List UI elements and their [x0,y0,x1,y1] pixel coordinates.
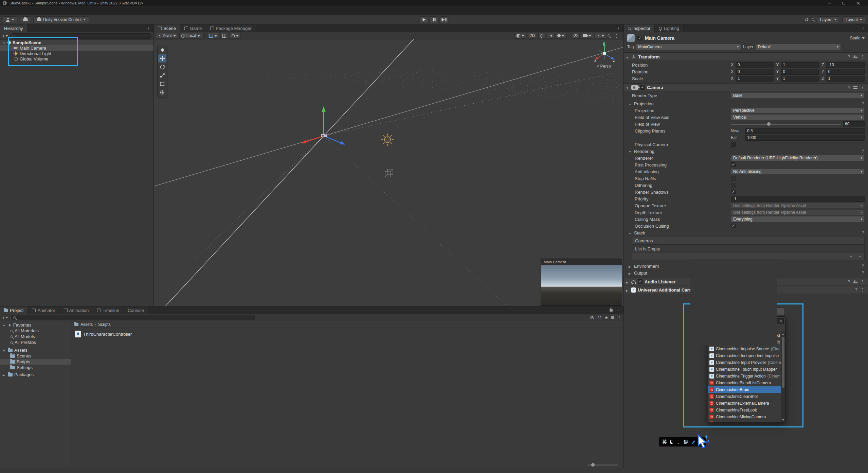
snap-increment-dropdown[interactable] [230,33,241,39]
y-field[interactable]: 1 [781,76,820,82]
component-menu-icon[interactable]: ⋮ [861,85,865,89]
tab-inspector[interactable]: Inspector [624,24,655,32]
post-processing-checkbox[interactable] [731,162,736,167]
tab-animation[interactable]: Animation [60,306,93,314]
rotate-tool-button[interactable] [158,63,166,71]
hierarchy-item[interactable]: Directional Light [0,51,153,56]
remove-stack-camera-button[interactable]: − [855,254,864,259]
component-list-item[interactable]: Cinemachine Dolly Cart (Cinemach [708,339,781,346]
tab-scene[interactable]: Scene [154,24,180,32]
hierarchy-search-input[interactable] [17,34,149,38]
scene-search-icon[interactable] [608,34,610,37]
tab-console[interactable]: Console [124,306,148,314]
help-icon[interactable]: ? [862,149,864,154]
add-component-button[interactable]: Add Component [709,308,785,315]
render-shadows-checkbox[interactable] [731,190,736,194]
output-section[interactable]: Output ? [624,269,868,276]
y-field[interactable]: 1 [781,62,820,68]
component-list-item[interactable]: CinemachineClearShot [708,393,781,400]
favorites-item[interactable]: All Prefabs [0,339,71,345]
assets-header[interactable]: Assets [0,347,71,353]
scene-visibility-toggle[interactable] [572,33,580,39]
anti-aliasing-dropdown[interactable]: No Anti-aliasing [731,169,865,175]
projection-dropdown[interactable]: Perspective [731,107,865,113]
tab-timeline[interactable]: Timeline [93,306,124,314]
audio-listener-checkbox[interactable] [638,279,643,284]
component-list-item[interactable]: CinemachineMixingCamera [708,414,781,420]
play-button[interactable] [420,16,429,23]
popup-scrollbar[interactable] [781,332,785,422]
hierarchy-scene-row[interactable]: SampleScene [0,40,153,45]
asset-file[interactable]: ThirdCharacterController [75,331,132,337]
x-field[interactable]: 0 [736,62,774,68]
foldout-open-icon[interactable] [3,348,6,353]
component-list-item[interactable] [708,420,781,422]
component-search-input[interactable] [715,319,779,323]
help-icon[interactable]: ? [862,270,864,275]
component-menu-icon[interactable]: ⋮ [861,288,865,292]
camera-enabled-checkbox[interactable] [640,85,645,90]
project-search-input[interactable] [17,315,253,320]
tab-project[interactable]: Project [0,306,28,314]
breadcrumb-root[interactable]: Assets [80,322,93,327]
packages-header[interactable]: Packages [0,372,71,378]
component-menu-icon[interactable]: ⋮ [861,55,865,59]
dithering-checkbox[interactable] [731,183,736,188]
z-field[interactable]: 0 [826,69,865,75]
z-field[interactable]: -10 [826,62,865,68]
active-checkbox[interactable] [637,36,642,40]
panel-menu-icon[interactable]: ⋮ [617,316,621,320]
search-icon[interactable] [812,18,814,21]
step-button[interactable] [439,16,449,23]
stack-section[interactable]: Stack ? [624,229,868,236]
orientation-gizmo[interactable]: y x z [592,40,617,65]
projection-section[interactable]: Projection ? [624,100,868,107]
thumbnail-zoom-slider[interactable] [587,465,618,466]
x-field[interactable]: 1 [736,76,774,82]
breadcrumb-current[interactable]: Scripts [98,322,111,327]
undo-history-icon[interactable]: ↺ [804,17,809,22]
clear-search-icon[interactable]: × [780,319,782,323]
scrollbar-thumb[interactable] [782,337,784,388]
project-file-grid[interactable]: ThirdCharacterController [71,328,623,462]
depth-texture-dropdown[interactable]: Use settings from Render Pipeline Asset [731,209,865,215]
cloud-button[interactable] [20,16,31,23]
directional-light-gizmo[interactable] [381,134,394,146]
fov-field[interactable]: 60 [843,121,865,127]
static-dropdown[interactable]: Static [850,36,865,40]
foldout-open-icon[interactable] [3,322,6,328]
near-field[interactable]: 0.3 [745,128,865,134]
help-icon[interactable]: ? [862,230,864,235]
component-list-item[interactable]: CinemachineBrain [708,386,781,393]
renderer-dropdown[interactable]: Default Renderer (URP-HighFidelity-Rende… [731,155,865,161]
component-search-field[interactable]: × [709,318,784,324]
foldout-closed-icon[interactable] [626,279,629,284]
hierarchy-item[interactable]: Main Camera [0,45,153,51]
favorite-star-icon[interactable]: ★ [604,316,608,320]
preset-icon[interactable] [853,280,857,283]
component-list-item[interactable]: Cinemachine Collision Impulse Sou [708,332,781,339]
occlusion-culling-checkbox[interactable] [731,224,736,228]
maximize-button[interactable] [837,0,851,6]
help-icon[interactable]: ? [862,264,864,268]
camera-settings-dropdown[interactable] [581,33,593,39]
lighting-toggle[interactable] [538,33,545,39]
help-icon[interactable]: ? [848,55,850,59]
favorites-item[interactable]: All Models [0,334,71,339]
view-tool-button[interactable] [158,46,166,54]
pivot-dropdown[interactable]: Pivot [156,33,178,39]
x-field[interactable]: 0 [736,69,774,75]
component-list-item[interactable]: CinemachineFreeLook [708,407,781,414]
preset-icon[interactable] [853,55,857,58]
global-volume-gizmo[interactable] [385,169,393,177]
preset-icon[interactable] [853,86,857,89]
create-object-button[interactable]: + [2,33,8,39]
grid-visual-dropdown[interactable] [207,33,219,39]
tab-game[interactable]: Game [180,24,206,32]
scene-menu-icon[interactable]: ⋮ [612,33,621,38]
hierarchy-item[interactable]: Global Volume [0,56,153,62]
grid-snap-button[interactable] [220,33,228,39]
opaque-texture-dropdown[interactable]: Use settings from Render Pipeline Asset [731,203,865,209]
foldout-open-icon[interactable] [626,85,629,90]
transform-component-header[interactable]: Transform ? ⋮ [624,53,868,61]
